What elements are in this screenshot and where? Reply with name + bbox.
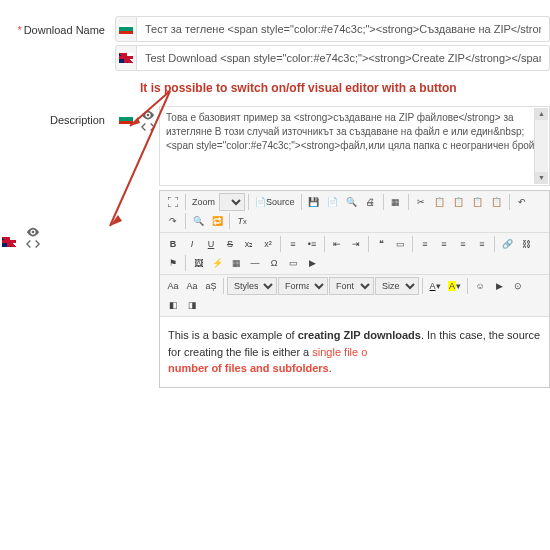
text-color-icon[interactable]: A▾ [426, 277, 444, 295]
flag-bulgaria [115, 16, 137, 42]
rtl-icon[interactable]: Aa [183, 277, 201, 295]
replace-icon[interactable]: 🔁 [208, 212, 226, 230]
align-justify-icon[interactable]: ≡ [473, 235, 491, 253]
editor-toolbar-2: B I U S x₂ x² ≡ •≡ ⇤ ⇥ ❝ ▭ [160, 233, 549, 275]
required-asterisk: * [17, 24, 21, 36]
aq-icon[interactable]: aȘ [202, 277, 220, 295]
paste-text-icon[interactable]: 📋 [469, 193, 487, 211]
download-name-en-input[interactable] [137, 45, 550, 71]
download-name-field: *Download Name [0, 13, 550, 77]
zoom-select[interactable] [219, 193, 245, 211]
undo-icon[interactable]: ↶ [513, 193, 531, 211]
extra2-icon[interactable]: ◨ [183, 296, 201, 314]
rich-text-editor: Zoom 📄 Source 💾 📄 🔍 🖨 ▦ ✂ 📋 [159, 190, 550, 388]
svg-point-1 [32, 231, 35, 234]
subscript-button[interactable]: x₂ [240, 235, 258, 253]
format-select[interactable]: Format [278, 277, 328, 295]
source-button[interactable]: 📄 Source [252, 193, 298, 211]
italic-button[interactable]: I [183, 235, 201, 253]
flag-bulgaria [115, 106, 137, 132]
download-name-bg-row [115, 16, 550, 42]
bold-button[interactable]: B [164, 235, 182, 253]
save-icon[interactable]: 💾 [305, 193, 323, 211]
emoji-icon[interactable]: ☺ [471, 277, 489, 295]
remove-format-icon[interactable]: Tx [233, 212, 251, 230]
description-bg-row: Това е базовият пример за <strong>създав… [115, 106, 550, 186]
table-icon[interactable]: ▦ [227, 254, 245, 272]
eye-icon [26, 227, 40, 237]
size-select[interactable]: Size [375, 277, 419, 295]
iframe-icon[interactable]: ▭ [284, 254, 302, 272]
symbol-icon[interactable]: ⊙ [509, 277, 527, 295]
bullet-list-icon[interactable]: •≡ [303, 235, 321, 253]
video2-icon[interactable]: ▶ [490, 277, 508, 295]
find-icon[interactable]: 🔍 [189, 212, 207, 230]
editor-toolbar-1: Zoom 📄 Source 💾 📄 🔍 🖨 ▦ ✂ 📋 [160, 191, 549, 233]
superscript-button[interactable]: x² [259, 235, 277, 253]
copy-icon[interactable]: 📋 [431, 193, 449, 211]
download-name-en-row [115, 45, 550, 71]
zoom-label: Zoom [189, 193, 218, 211]
cut-icon[interactable]: ✂ [412, 193, 430, 211]
code-icon [26, 239, 40, 249]
code-icon [141, 122, 155, 132]
redo-icon[interactable]: ↷ [164, 212, 182, 230]
flag-english [0, 235, 18, 249]
form-container: *Download Name It is possible to switch … [0, 0, 550, 396]
new-page-icon[interactable]: 📄 [324, 193, 342, 211]
div-icon[interactable]: ▭ [391, 235, 409, 253]
editor-toggle-en[interactable] [22, 223, 44, 253]
description-bg-textarea[interactable]: Това е базовият пример за <strong>създав… [159, 106, 550, 186]
align-right-icon[interactable]: ≡ [454, 235, 472, 253]
svg-point-0 [147, 114, 150, 117]
preview-icon[interactable]: 🔍 [343, 193, 361, 211]
scrollbar[interactable]: ▲ ▼ [534, 108, 548, 184]
font-select[interactable]: Font [329, 277, 374, 295]
indent-icon[interactable]: ⇥ [347, 235, 365, 253]
hr-icon[interactable]: — [246, 254, 264, 272]
strike-button[interactable]: S [221, 235, 239, 253]
outdent-icon[interactable]: ⇤ [328, 235, 346, 253]
styles-select[interactable]: Styles [227, 277, 277, 295]
ltr-icon[interactable]: Aa [164, 277, 182, 295]
number-list-icon[interactable]: ≡ [284, 235, 302, 253]
editor-toolbar-3: Aa Aa aȘ Styles Format Font Size A▾ A▾ ☺ [160, 275, 549, 317]
annotation-text: It is possible to switch on/off visual e… [140, 81, 550, 95]
eye-icon [141, 110, 155, 120]
fullscreen-icon[interactable] [164, 193, 182, 211]
link-icon[interactable]: 🔗 [498, 235, 516, 253]
bg-color-icon[interactable]: A▾ [445, 277, 464, 295]
editor-content-area[interactable]: This is a basic example of creating ZIP … [160, 317, 549, 387]
align-center-icon[interactable]: ≡ [435, 235, 453, 253]
paste-word-icon[interactable]: 📋 [488, 193, 506, 211]
underline-button[interactable]: U [202, 235, 220, 253]
scroll-down-icon[interactable]: ▼ [535, 172, 548, 184]
download-name-label: *Download Name [0, 16, 115, 36]
templates-icon[interactable]: ▦ [387, 193, 405, 211]
image-icon[interactable]: 🖼 [189, 254, 207, 272]
extra1-icon[interactable]: ◧ [164, 296, 182, 314]
blockquote-icon[interactable]: ❝ [372, 235, 390, 253]
scroll-up-icon[interactable]: ▲ [535, 108, 548, 120]
print-icon[interactable]: 🖨 [362, 193, 380, 211]
anchor-icon[interactable]: ⚑ [164, 254, 182, 272]
editor-toggle-bg[interactable] [137, 106, 159, 136]
download-name-bg-input[interactable] [137, 16, 550, 42]
video-icon[interactable]: ▶ [303, 254, 321, 272]
description-field: Description Това е базовият пример за <s… [0, 103, 550, 391]
description-label: Description [0, 106, 115, 126]
paste-icon[interactable]: 📋 [450, 193, 468, 211]
unlink-icon[interactable]: ⛓ [517, 235, 535, 253]
flash-icon[interactable]: ⚡ [208, 254, 226, 272]
flag-english [115, 45, 137, 71]
description-en-row: Zoom 📄 Source 💾 📄 🔍 🖨 ▦ ✂ 📋 [115, 188, 550, 388]
align-left-icon[interactable]: ≡ [416, 235, 434, 253]
special-char-icon[interactable]: Ω [265, 254, 283, 272]
